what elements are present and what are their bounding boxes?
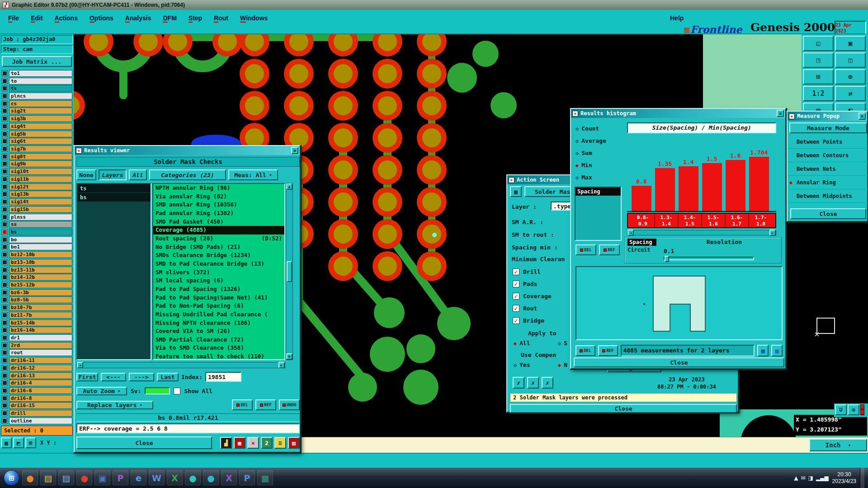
scroll-thumb[interactable]: [287, 261, 292, 282]
layer-checkbox[interactable]: [2, 373, 7, 378]
layer-checkbox[interactable]: [2, 305, 7, 310]
layer-row-dri16-6[interactable]: dri16-6: [0, 387, 74, 394]
job-matrix-button[interactable]: Job Matrix ...: [2, 56, 72, 67]
category-scrollbar[interactable]: [286, 183, 293, 360]
layer-checkbox[interactable]: [2, 184, 7, 189]
layer-row-sig4t[interactable]: sig4t: [0, 122, 74, 130]
next-button[interactable]: --->: [129, 373, 154, 381]
check-coverage[interactable]: Coverage: [513, 290, 552, 302]
tray-icon-2[interactable]: ◨: [808, 475, 813, 481]
layer-checkbox[interactable]: [2, 139, 7, 144]
category-row[interactable]: Via annular Ring (82): [153, 192, 284, 201]
layer-row-bz12-10b[interactable]: bz12-10b: [0, 251, 74, 258]
check-pads[interactable]: Pads: [513, 278, 552, 290]
chat-teal-taskbar-icon[interactable]: ●: [185, 470, 201, 485]
x-purple-app-taskbar-icon[interactable]: X: [221, 470, 237, 485]
category-row[interactable]: No Bridge (SMD Pads) (21): [153, 243, 284, 252]
action-close-button[interactable]: Close: [510, 404, 737, 413]
layer-checkbox[interactable]: [2, 275, 7, 280]
last-button[interactable]: Last: [157, 373, 179, 381]
layer-row-plncs[interactable]: plncs: [0, 92, 74, 100]
show-all-checkbox[interactable]: [174, 388, 180, 394]
layer-row-bz13-10b[interactable]: bz13-10b: [0, 258, 74, 266]
layer-row-outline[interactable]: outline: [0, 417, 74, 425]
category-row[interactable]: SMD to Pad Clearance Bridge (13): [153, 260, 284, 268]
layer-row-ts[interactable]: ts: [0, 84, 74, 92]
layer-row-bo1[interactable]: bo1: [0, 244, 74, 251]
circuit-toggle[interactable]: Circuit: [627, 247, 651, 253]
ratio-icon[interactable]: 1:2: [803, 86, 834, 101]
layer-checkbox[interactable]: [2, 396, 7, 401]
layer-checkbox[interactable]: [2, 403, 7, 408]
cascade-windows-icon[interactable]: ◳: [803, 52, 834, 68]
layer-checkbox[interactable]: [2, 101, 7, 106]
layer-checkbox[interactable]: [2, 79, 7, 84]
slider-thumb[interactable]: [665, 256, 669, 262]
menu-item-step[interactable]: Step: [189, 14, 202, 22]
layer-checkbox[interactable]: [2, 244, 7, 249]
show-desktop-button[interactable]: [860, 468, 864, 488]
rv-report-icon[interactable]: ≡: [274, 437, 286, 449]
layer-checkbox[interactable]: [2, 230, 7, 235]
layer-row-sig15b[interactable]: sig15b: [0, 206, 74, 213]
start-button[interactable]: [4, 470, 19, 486]
undo-button[interactable]: U: [835, 404, 847, 415]
layer-checkbox[interactable]: [2, 411, 7, 416]
folders-taskbar-icon[interactable]: ▤: [40, 470, 56, 485]
ref-button[interactable]: REF: [599, 244, 620, 255]
category-row[interactable]: SMD annular Ring (10356): [153, 201, 284, 209]
auto-zoom-dropdown[interactable]: Auto Zoom: [76, 387, 127, 395]
layer-row-dri16-15[interactable]: dri16-15: [0, 402, 74, 410]
undo-button[interactable]: UNDO: [279, 399, 300, 410]
layer-checkbox[interactable]: [2, 169, 7, 174]
layer-checkbox[interactable]: [2, 116, 7, 121]
layer-row-dri16-8[interactable]: dri16-8: [0, 394, 74, 402]
severity-swatch[interactable]: [145, 387, 170, 394]
category-row[interactable]: Missing Undrilled Pad clearance (: [153, 310, 284, 319]
no-radio[interactable]: N: [558, 361, 567, 368]
layer-checkbox[interactable]: [2, 366, 7, 371]
layer-row-sig12t[interactable]: sig12t: [0, 183, 74, 191]
lock-icon[interactable]: ◫: [835, 52, 866, 68]
layer-row-bz10-7b[interactable]: bz10-7b: [0, 304, 74, 311]
word-app-taskbar-icon[interactable]: W: [149, 470, 165, 485]
layer-checkbox[interactable]: [2, 350, 7, 355]
layer-row-rout[interactable]: rout: [0, 349, 74, 357]
layer-checkbox[interactable]: [2, 335, 7, 340]
measure-mode-between-contours[interactable]: Between Contours: [788, 149, 868, 162]
category-row[interactable]: SMDs Clearance Bridge (1234): [153, 251, 284, 260]
filter-none-button[interactable]: None: [76, 169, 96, 180]
category-row[interactable]: Pad annular Ring (1382): [153, 209, 284, 218]
command-line-input[interactable]: [76, 423, 300, 433]
chat-teal2-taskbar-icon[interactable]: ●: [203, 470, 219, 485]
resolution-slider[interactable]: [664, 257, 754, 260]
layer-checkbox[interactable]: [2, 282, 7, 287]
run-icon[interactable]: ✗: [513, 377, 524, 389]
layer-row-dri16-4[interactable]: dri16-4: [0, 379, 74, 387]
filter-all-button[interactable]: All: [129, 169, 147, 180]
rv-histogram-icon[interactable]: ▟: [220, 437, 232, 449]
layer-checkbox[interactable]: [2, 320, 7, 325]
layer-checkbox[interactable]: [2, 290, 7, 295]
del-button[interactable]: DEL: [576, 345, 595, 356]
layer-checkbox[interactable]: [2, 131, 7, 136]
layer-checkbox[interactable]: [2, 207, 7, 212]
stat-sum[interactable]: Sum: [576, 147, 606, 159]
check-bridge[interactable]: Bridge: [513, 314, 552, 327]
ref-button[interactable]: REF: [255, 399, 276, 410]
layer-checkbox[interactable]: [2, 222, 7, 227]
meas-dropdown[interactable]: Meas: All: [228, 169, 278, 180]
table-icon[interactable]: ▥: [771, 345, 783, 357]
category-row[interactable]: Pad to Pad Spacing(Same Net) (41): [153, 294, 284, 302]
menu-item-dfm[interactable]: DFM: [163, 14, 176, 22]
scroll-right-icon[interactable]: [278, 362, 285, 368]
layer-checkbox[interactable]: [2, 94, 7, 99]
excel-app-taskbar-icon[interactable]: X: [167, 470, 183, 485]
layer-checkbox[interactable]: [2, 358, 7, 363]
layer-row-sig5b[interactable]: sig5b: [0, 130, 74, 138]
measure-mode-annular-ring[interactable]: ◆Annular Ring: [788, 176, 868, 189]
layer-row-sig8t[interactable]: sig8t: [0, 153, 74, 160]
category-row[interactable]: NPTH annular Ring (96): [153, 184, 284, 192]
menu-item-file[interactable]: File: [8, 14, 19, 22]
list-item-spacing[interactable]: Spacing: [576, 188, 621, 196]
